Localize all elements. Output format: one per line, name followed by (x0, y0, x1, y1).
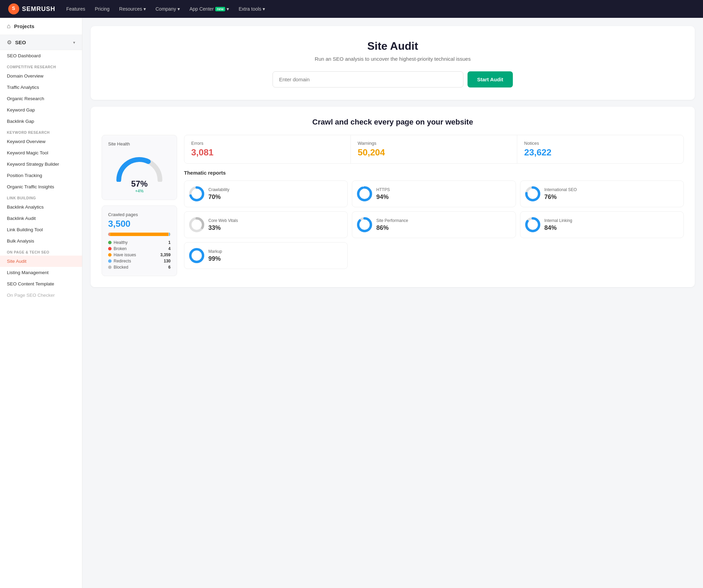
errors-label: Errors (191, 141, 344, 146)
legend-items: Healthy 1 Broken 4 Have issues (108, 240, 171, 270)
sidebar-item-position-tracking[interactable]: Position Tracking (0, 170, 82, 181)
nav-company[interactable]: Company ▾ (155, 6, 180, 12)
legend-healthy: Healthy 1 (108, 240, 171, 245)
sidebar-item-on-page-seo-checker[interactable]: On Page SEO Checker (0, 290, 82, 301)
nav-items: Features Pricing Resources ▾ Company ▾ A… (66, 6, 695, 12)
thematic-card-label: Site Performance (376, 218, 408, 223)
hero-title: Site Audit (367, 40, 418, 52)
chevron-down-icon: ▾ (143, 6, 146, 12)
crawl-left: Site Health 57% +4% (102, 135, 177, 276)
sidebar-item-domain-overview[interactable]: Domain Overview (0, 70, 82, 82)
sidebar-item-bulk-analysis[interactable]: Bulk Analysis (0, 235, 82, 247)
sidebar-item-link-building-tool[interactable]: Link Building Tool (0, 224, 82, 235)
start-audit-button[interactable]: Start Audit (468, 71, 513, 87)
chevron-down-icon: ▾ (73, 40, 75, 45)
nav-features[interactable]: Features (66, 6, 85, 12)
thematic-label: Thematic reports (184, 170, 684, 176)
legend-blocked: Blocked 6 (108, 265, 171, 270)
thematic-card-label: HTTPS (376, 187, 390, 192)
legend-issues: Have issues 3,359 (108, 252, 171, 257)
svg-point-11 (358, 219, 371, 231)
chevron-down-icon: ▾ (263, 6, 265, 12)
section-link-building: LINK BUILDING (0, 192, 82, 201)
svg-text:S: S (12, 5, 15, 11)
gauge-container: 57% +4% (108, 150, 171, 193)
sidebar-projects[interactable]: ⌂ Projects (0, 18, 82, 35)
progress-bar (108, 233, 171, 236)
thematic-card-pct: 33% (208, 224, 238, 232)
domain-input[interactable] (273, 71, 463, 87)
legend-count-redirects: 130 (164, 259, 171, 263)
thematic-card-label: Crawlability (208, 187, 229, 192)
thematic-card-core-web-vitals: Core Web Vitals 33% (184, 211, 348, 238)
chevron-down-icon: ▾ (177, 6, 180, 12)
legend-label-issues: Have issues (114, 252, 136, 257)
notices-cell: Notices 23,622 (517, 135, 683, 163)
sidebar-item-organic-research[interactable]: Organic Research (0, 93, 82, 104)
sidebar: ⌂ Projects ⚙ SEO ▾ SEO Dashboard COMPETI… (0, 18, 82, 588)
sidebar-item-site-audit[interactable]: Site Audit (0, 256, 82, 267)
nav-app-center[interactable]: App Center new ▾ (189, 6, 229, 12)
sidebar-item-keyword-overview[interactable]: Keyword Overview (0, 136, 82, 147)
projects-label: Projects (14, 23, 34, 29)
logo-text: SEMRUSH (22, 5, 55, 13)
main-content: Site Audit Run an SEO analysis to uncove… (82, 18, 703, 588)
logo[interactable]: S SEMRUSH (8, 3, 55, 14)
errors-row: Errors 3,081 Warnings 50,204 Notices 23,… (184, 135, 684, 164)
segment-blocked (170, 233, 171, 236)
sidebar-item-seo-content-template[interactable]: SEO Content Template (0, 278, 82, 290)
sidebar-item-backlink-analytics[interactable]: Backlink Analytics (0, 201, 82, 213)
segment-healthy (108, 233, 108, 236)
section-competitive-research: COMPETITIVE RESEARCH (0, 61, 82, 70)
legend-label-redirects: Redirects (114, 259, 131, 263)
section-on-page-tech-seo: ON PAGE & TECH SEO (0, 247, 82, 256)
legend-redirects: Redirects 130 (108, 259, 171, 263)
thematic-card-crawlability: Crawlability 70% (184, 180, 348, 207)
sidebar-item-listing-management[interactable]: Listing Management (0, 267, 82, 278)
site-health-card: Site Health 57% +4% (102, 135, 177, 200)
thematic-card-pct: 70% (208, 193, 229, 201)
semrush-logo-icon: S (8, 3, 19, 14)
nav-extra-tools[interactable]: Extra tools ▾ (239, 6, 265, 12)
legend-count-blocked: 6 (168, 265, 171, 270)
svg-point-13 (526, 219, 539, 231)
segment-broken (109, 233, 110, 236)
sidebar-item-keyword-gap[interactable]: Keyword Gap (0, 104, 82, 116)
sidebar-item-backlink-gap[interactable]: Backlink Gap (0, 116, 82, 127)
thematic-card-internal-linking: Internal Linking 84% (520, 211, 684, 238)
crawl-title: Crawl and check every page on your websi… (102, 118, 684, 127)
sidebar-item-organic-traffic-insights[interactable]: Organic Traffic Insights (0, 181, 82, 192)
legend-count-broken: 4 (168, 246, 171, 251)
sidebar-item-keyword-strategy-builder[interactable]: Keyword Strategy Builder (0, 158, 82, 170)
nav-pricing[interactable]: Pricing (95, 6, 110, 12)
legend-count-healthy: 1 (168, 240, 171, 245)
errors-count: 3,081 (191, 147, 344, 158)
crawled-pages-card: Crawled pages 3,500 Health (102, 205, 177, 276)
donut-chart (189, 186, 204, 201)
thematic-card-pct: 99% (208, 255, 222, 262)
site-health-label: Site Health (108, 141, 171, 146)
hero-subtitle: Run an SEO analysis to uncover the highe… (315, 56, 471, 62)
crawled-label: Crawled pages (108, 212, 171, 217)
sidebar-item-backlink-audit[interactable]: Backlink Audit (0, 213, 82, 224)
segment-issues (110, 233, 169, 236)
thematic-card-pct: 86% (376, 224, 408, 232)
new-badge: new (215, 7, 225, 11)
sidebar-item-seo-dashboard[interactable]: SEO Dashboard (0, 50, 82, 61)
legend-label-blocked: Blocked (114, 265, 128, 270)
nav-resources[interactable]: Resources ▾ (119, 6, 146, 12)
legend-count-issues: 3,359 (160, 252, 171, 257)
gauge-change: +4% (135, 189, 143, 193)
svg-point-15 (191, 249, 203, 262)
donut-chart (357, 186, 372, 201)
dot-issues (108, 253, 112, 257)
gauge-percent: 57% (131, 179, 148, 189)
sidebar-seo-header[interactable]: ⚙ SEO ▾ (0, 35, 82, 50)
donut-chart (189, 248, 204, 263)
thematic-card-label: International SEO (544, 187, 577, 192)
dot-redirects (108, 259, 112, 263)
sidebar-item-traffic-analytics[interactable]: Traffic Analytics (0, 82, 82, 93)
hero-card: Site Audit Run an SEO analysis to uncove… (91, 26, 695, 100)
sidebar-item-keyword-magic-tool[interactable]: Keyword Magic Tool (0, 147, 82, 158)
donut-chart (525, 217, 540, 232)
